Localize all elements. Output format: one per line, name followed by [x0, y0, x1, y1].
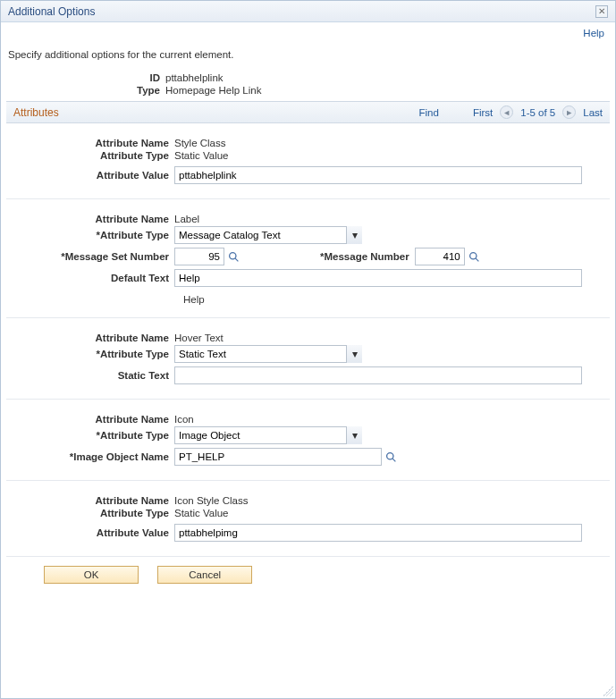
- attr-type-req-label: *Attribute Type: [15, 230, 174, 240]
- resolved-text: Help: [15, 289, 601, 305]
- attr-name-value: Hover Text: [174, 333, 224, 343]
- image-obj-label: *Image Object Name: [15, 451, 174, 462]
- instruction-text: Specify additional options for the curre…: [6, 46, 610, 71]
- help-link[interactable]: Help: [583, 28, 604, 38]
- static-text-label: Static Text: [15, 370, 174, 381]
- next-icon[interactable]: ►: [562, 105, 576, 119]
- attr-name-label: Attribute Name: [15, 414, 174, 425]
- button-bar: OK Cancel: [6, 557, 610, 593]
- attr-value-input[interactable]: [174, 524, 582, 542]
- attributes-header: Attributes Find First ◄ 1-5 of 5 ► Last: [6, 101, 610, 123]
- pager: Find First ◄ 1-5 of 5 ► Last: [419, 105, 603, 119]
- close-icon[interactable]: ✕: [595, 5, 608, 18]
- dialog-window: Additional Options ✕ Help Specify additi…: [0, 0, 616, 699]
- attr-type-value: Static Value: [174, 508, 229, 518]
- svg-point-2: [469, 252, 476, 258]
- attr-type-select[interactable]: [174, 345, 362, 363]
- svg-line-5: [392, 459, 395, 461]
- titlebar: Additional Options ✕: [1, 1, 615, 22]
- attr-type-select[interactable]: [174, 426, 362, 444]
- first-link[interactable]: First: [473, 107, 493, 118]
- type-label: Type: [6, 85, 165, 96]
- attr-name-value: Style Class: [174, 138, 226, 148]
- attr-type-select[interactable]: [174, 226, 362, 244]
- attribute-block: Attribute Name Icon Style Class Attribut…: [6, 481, 610, 557]
- resize-grip-icon[interactable]: [603, 686, 613, 696]
- svg-point-0: [230, 252, 236, 258]
- attribute-block: Attribute Name Label *Attribute Type ▾ *…: [6, 199, 610, 318]
- msg-set-label: *Message Set Number: [15, 251, 174, 262]
- page-range[interactable]: 1-5 of 5: [520, 107, 555, 118]
- attr-name-value: Icon Style Class: [174, 495, 248, 506]
- attribute-block: Attribute Name Hover Text *Attribute Typ…: [6, 318, 610, 400]
- attr-name-value: Label: [174, 214, 199, 224]
- attr-value-input[interactable]: [174, 166, 582, 184]
- msg-set-input[interactable]: [174, 248, 224, 265]
- default-text-label: Default Text: [15, 273, 174, 283]
- last-link[interactable]: Last: [583, 107, 603, 118]
- default-text-input[interactable]: [174, 269, 582, 287]
- attribute-block: Attribute Name Style Class Attribute Typ…: [6, 123, 610, 199]
- search-icon[interactable]: [385, 451, 397, 463]
- image-obj-input[interactable]: [174, 448, 382, 466]
- find-link[interactable]: Find: [419, 107, 439, 118]
- id-value: pttabhelplink: [165, 72, 224, 83]
- svg-line-3: [476, 258, 478, 261]
- msg-num-input[interactable]: [415, 248, 465, 265]
- ok-button[interactable]: OK: [44, 566, 139, 584]
- attr-type-req-label: *Attribute Type: [15, 430, 174, 441]
- svg-line-1: [235, 258, 238, 261]
- attr-name-label: Attribute Name: [15, 138, 174, 148]
- cancel-button[interactable]: Cancel: [157, 566, 252, 584]
- attr-type-req-label: *Attribute Type: [15, 349, 174, 359]
- dialog-title: Additional Options: [8, 5, 95, 18]
- id-label: ID: [6, 72, 165, 83]
- attr-name-label: Attribute Name: [15, 333, 174, 343]
- search-icon[interactable]: [468, 251, 480, 263]
- attr-value-label: Attribute Value: [15, 527, 174, 538]
- attr-type-value: Static Value: [174, 150, 229, 161]
- attr-name-value: Icon: [174, 414, 194, 425]
- msg-num-label: *Message Number: [320, 251, 415, 262]
- attr-name-label: Attribute Name: [15, 214, 174, 224]
- attr-type-label: Attribute Type: [15, 508, 174, 518]
- attributes-title: Attributes: [13, 106, 59, 119]
- svg-point-4: [387, 452, 393, 459]
- help-bar: Help: [1, 22, 615, 40]
- static-text-input[interactable]: [174, 366, 582, 384]
- prev-icon[interactable]: ◄: [500, 105, 513, 119]
- attr-type-label: Attribute Type: [15, 150, 174, 161]
- type-value: Homepage Help Link: [165, 85, 261, 96]
- search-icon[interactable]: [228, 251, 240, 263]
- attr-name-label: Attribute Name: [15, 495, 174, 506]
- attribute-block: Attribute Name Icon *Attribute Type ▾ *I…: [6, 400, 610, 481]
- attr-value-label: Attribute Value: [15, 170, 174, 181]
